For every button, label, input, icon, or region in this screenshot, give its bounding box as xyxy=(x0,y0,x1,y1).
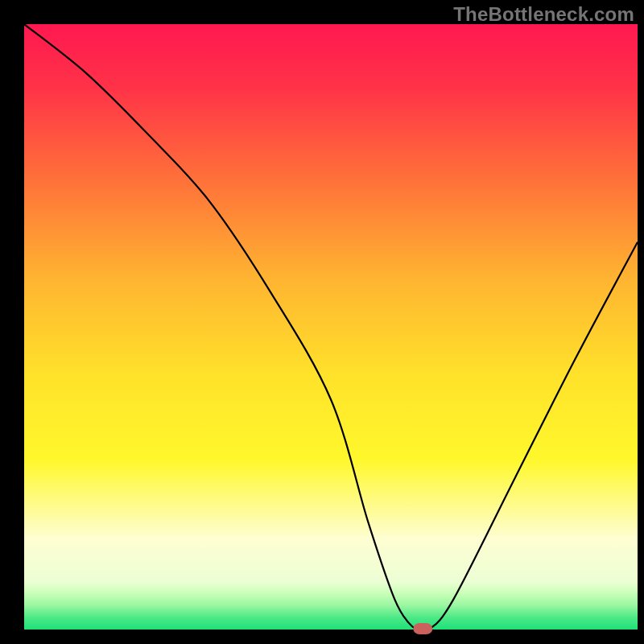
chart-container: TheBottleneck.com xyxy=(0,0,644,644)
watermark-label: TheBottleneck.com xyxy=(453,3,634,26)
chart-gradient-background xyxy=(24,24,638,630)
chart-svg xyxy=(0,0,644,644)
sweet-spot-marker xyxy=(413,623,432,634)
